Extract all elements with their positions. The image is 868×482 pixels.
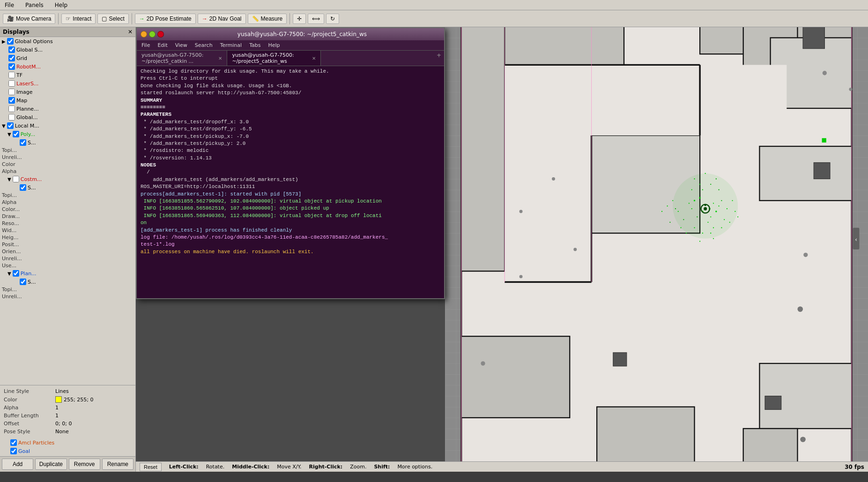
poly-s-check[interactable] [20, 139, 26, 146]
terminal-tab-2[interactable]: yusah@yusah-G7-7500: ~/project5_catkin_w… [227, 51, 321, 66]
displays-header: Displays ✕ [0, 27, 135, 37]
term-menu-file[interactable]: File [140, 41, 152, 49]
interact-button[interactable]: ☞ Interact [61, 14, 96, 24]
plan-s-check[interactable] [20, 279, 26, 285]
tree-item-laserscans[interactable]: LaserS... [0, 79, 135, 88]
svg-point-84 [800, 437, 806, 442]
tree-item-costmap[interactable]: ▼ Costm... [0, 175, 135, 183]
tree-item-robotmodel[interactable]: RobotM... [0, 62, 135, 71]
term-menu-search[interactable]: Search [193, 41, 215, 49]
robotmodel-check[interactable] [8, 63, 15, 70]
term-menu-terminal[interactable]: Terminal [218, 41, 244, 49]
svg-point-67 [737, 216, 738, 217]
tf-check[interactable] [8, 72, 15, 78]
tree-item-amcl[interactable]: Amcl Particles [2, 438, 134, 447]
poly-check[interactable] [13, 131, 19, 137]
svg-point-82 [798, 307, 803, 312]
svg-point-57 [691, 189, 692, 190]
svg-rect-6 [461, 27, 505, 271]
costmap-check[interactable] [13, 176, 19, 182]
maximize-button[interactable] [149, 31, 156, 38]
terminal-tab-1[interactable]: yusah@yusah-G7-7500: ~/project5_catkin .… [137, 51, 227, 66]
measure-button[interactable]: 📏 Measure [248, 14, 287, 24]
scale-icon-button[interactable]: ⟺ [308, 14, 324, 24]
tree-item-global2[interactable]: Global... [0, 113, 135, 121]
tree-item-global-options[interactable]: ▶ Global Options [0, 37, 135, 45]
term-menu-view[interactable]: View [173, 41, 189, 49]
nav-goal-button[interactable]: → 2D Nav Goal [198, 14, 246, 24]
tree-item-goal[interactable]: Goal [2, 447, 134, 455]
reset-button[interactable]: Reset [140, 463, 162, 471]
map-check[interactable] [8, 97, 15, 104]
tab2-label: yusah@yusah-G7-7500: ~/project5_catkin_w… [232, 52, 310, 64]
tree-item-map[interactable]: Map [0, 96, 135, 105]
tree-prop-costmap-width: Wid... [0, 227, 135, 234]
amcl-check[interactable] [10, 439, 17, 446]
select-button[interactable]: ▢ Select [97, 14, 128, 24]
laserscans-check[interactable] [8, 80, 15, 87]
tree-item-grid[interactable]: Grid [0, 54, 135, 62]
menu-panels[interactable]: Panels [22, 1, 46, 9]
menu-file[interactable]: File [2, 1, 17, 9]
close-button[interactable] [157, 31, 164, 38]
svg-point-73 [704, 207, 707, 211]
global-options-check[interactable] [7, 38, 14, 45]
terminal-line: on [141, 219, 440, 226]
term-menu-tabs[interactable]: Tabs [247, 41, 262, 49]
add-button[interactable]: Add [2, 459, 33, 470]
tree-item-local-map[interactable]: ▼ Local M... [0, 121, 135, 130]
nav-icon: → [202, 15, 208, 22]
tree-item-costmap-s[interactable]: S... [0, 183, 135, 192]
costmap-s-check[interactable] [20, 184, 26, 191]
minimize-button[interactable] [141, 31, 147, 38]
svg-point-42 [702, 189, 703, 190]
pose-icon: → [139, 15, 145, 22]
local-map-check[interactable] [7, 122, 14, 129]
rename-button[interactable]: Rename [102, 459, 134, 470]
grid-check[interactable] [8, 55, 15, 61]
terminal-content[interactable]: Checking log directory for disk usage. T… [137, 66, 444, 298]
tree-item-global-status[interactable]: Global S... [0, 45, 135, 54]
tree-prop-costmap-draw: Draw... [0, 213, 135, 220]
tree-item-poly[interactable]: ▼ Poly... [0, 130, 135, 138]
tab2-close[interactable]: ✕ [312, 56, 316, 61]
plan-check[interactable] [13, 270, 19, 277]
planner-check[interactable] [8, 105, 15, 112]
prop-color: Color 255; 255; 0 [2, 395, 134, 404]
svg-point-37 [718, 205, 719, 206]
svg-point-83 [481, 361, 485, 365]
duplicate-button[interactable]: Duplicate [35, 459, 67, 470]
svg-point-75 [823, 71, 827, 75]
menu-help[interactable]: Help [52, 1, 70, 9]
global-status-check[interactable] [8, 46, 15, 53]
move-camera-button[interactable]: 🎥 Move Camera [3, 14, 55, 24]
tab1-close[interactable]: ✕ [218, 56, 222, 61]
svg-point-69 [699, 241, 700, 241]
tree-item-plan-s[interactable]: S... [0, 278, 135, 286]
term-menu-edit[interactable]: Edit [156, 41, 169, 49]
move-icon-button[interactable]: ✛ [293, 14, 306, 24]
pose-estimate-button[interactable]: → 2D Pose Estimate [135, 14, 196, 24]
tree-item-planner[interactable]: Planne... [0, 105, 135, 113]
goal-check[interactable] [10, 448, 17, 454]
tree-prop-costmap-unrel: Unreli... [0, 255, 135, 262]
map-label: Map [16, 98, 134, 104]
new-tab-button[interactable]: + [434, 51, 444, 66]
map-view[interactable]: ‹ [445, 27, 868, 472]
tree-item-image[interactable]: Image [0, 88, 135, 96]
svg-point-38 [715, 211, 717, 212]
term-menu-help[interactable]: Help [267, 41, 282, 49]
terminal-line: PARAMETERS [141, 111, 440, 118]
tree-item-plan[interactable]: ▼ Plan... [0, 269, 135, 278]
displays-tree[interactable]: ▶ Global Options Global S... Grid RobotM… [0, 37, 135, 385]
tree-item-tf[interactable]: TF [0, 71, 135, 79]
rotate-icon-button[interactable]: ↻ [326, 14, 339, 24]
global2-check[interactable] [8, 114, 15, 120]
tree-item-poly-s[interactable]: S... [0, 138, 135, 147]
svg-point-29 [699, 197, 700, 198]
local-map-label: Local M... [15, 123, 134, 129]
image-check[interactable] [8, 89, 15, 95]
close-icon[interactable]: ✕ [128, 29, 133, 35]
scale-icon: ⟺ [312, 15, 320, 22]
remove-button[interactable]: Remove [69, 459, 100, 470]
